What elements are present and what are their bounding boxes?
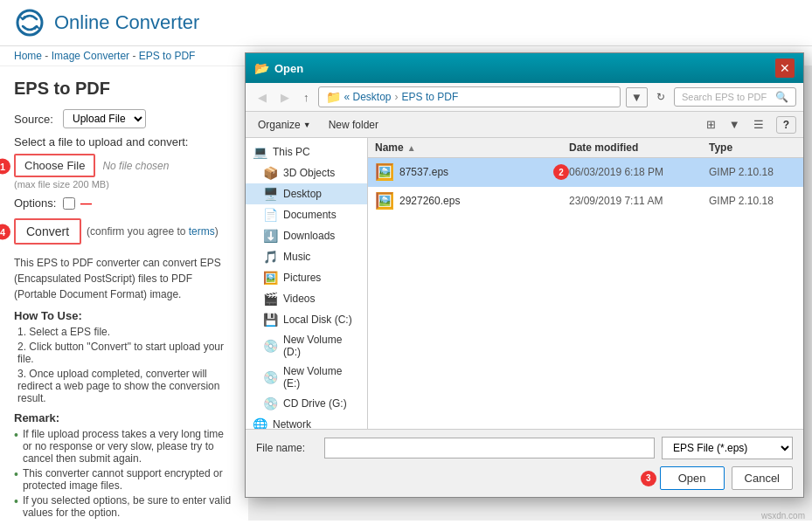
how-to-title: How To Use: bbox=[14, 309, 234, 322]
choose-file-button[interactable]: Choose File bbox=[14, 154, 95, 177]
file-name-1: 87537.eps bbox=[399, 166, 550, 178]
sort-icon: ▲ bbox=[407, 143, 416, 153]
convert-badge: 4 bbox=[0, 224, 10, 240]
nav-item-3d-objects[interactable]: 📦 3D Objects bbox=[246, 162, 367, 183]
filename-label: File name: bbox=[256, 442, 317, 454]
dialog-body: 💻 This PC 📦 3D Objects 🖥️ Desktop 📄 Docu… bbox=[246, 138, 803, 429]
file-type-2: GIMP 2.10.18 bbox=[709, 195, 796, 207]
remark-1: • If file upload process takes a very lo… bbox=[14, 428, 234, 465]
view-btn-3[interactable]: ☰ bbox=[748, 115, 769, 134]
path-dropdown-button[interactable]: ▼ bbox=[626, 87, 648, 107]
logo-icon bbox=[14, 7, 45, 38]
source-select[interactable]: Upload File bbox=[63, 109, 146, 128]
open-file-dialog: 📂 Open ✕ ◀ ▶ ↑ 📁 « Desktop › EPS to PDF … bbox=[245, 52, 804, 498]
file-date-2: 23/09/2019 7:11 AM bbox=[569, 195, 709, 207]
view-buttons: ⊞ ▼ ☰ bbox=[701, 115, 769, 134]
col-name-header: Name ▲ bbox=[375, 141, 569, 154]
choose-file-row: 1 Choose File No file chosen bbox=[14, 154, 234, 177]
header: Online Converter bbox=[0, 0, 812, 46]
music-icon: 🎵 bbox=[263, 250, 278, 264]
path-chevron: › bbox=[395, 91, 399, 103]
col-type-header: Type bbox=[709, 141, 796, 154]
pictures-icon: 🖼️ bbox=[263, 271, 278, 285]
refresh-button[interactable]: ↻ bbox=[651, 87, 670, 107]
files-list: 🖼️ 87537.eps 2 06/03/2019 6:18 PM GIMP 2… bbox=[368, 158, 803, 429]
filetype-select[interactable]: EPS File (*.eps) bbox=[662, 437, 793, 459]
nav-item-downloads[interactable]: ⬇️ Downloads bbox=[246, 225, 367, 246]
step-2: 2. Click button "Convert" to start uploa… bbox=[14, 341, 234, 365]
open-button-wrapper: 3 Open bbox=[660, 466, 725, 490]
breadcrumb-image-converter[interactable]: Image Converter bbox=[52, 50, 129, 62]
file-badge-1: 2 bbox=[553, 164, 569, 180]
upload-label: Select a file to upload and convert: bbox=[14, 135, 234, 148]
choose-file-badge: 1 bbox=[0, 158, 10, 174]
filename-input[interactable] bbox=[324, 438, 655, 458]
documents-icon: 📄 bbox=[263, 208, 278, 222]
videos-icon: 🎬 bbox=[263, 292, 278, 306]
nav-item-pictures[interactable]: 🖼️ Pictures bbox=[246, 267, 367, 288]
terms-link[interactable]: terms bbox=[189, 225, 215, 238]
view-btn-1[interactable]: ⊞ bbox=[701, 115, 721, 134]
description-text: This EPS to PDF converter can convert EP… bbox=[14, 255, 234, 302]
back-button[interactable]: ◀ bbox=[253, 87, 272, 107]
file-icon-2: 🖼️ bbox=[375, 191, 394, 210]
col-date-header: Date modified bbox=[569, 141, 709, 154]
step-1: 1. Select a EPS file. bbox=[14, 326, 234, 338]
file-row-2[interactable]: 🖼️ 2927260.eps 23/09/2019 7:11 AM GIMP 2… bbox=[368, 187, 803, 216]
nav-item-this-pc[interactable]: 💻 This PC bbox=[246, 141, 367, 162]
file-name-2: 2927260.eps bbox=[399, 195, 569, 207]
help-button[interactable]: ? bbox=[776, 116, 796, 134]
local-disk-c-icon: 💾 bbox=[263, 313, 278, 327]
path-text: « Desktop bbox=[344, 91, 392, 103]
step-3: 3. Once upload completed, converter will… bbox=[14, 368, 234, 404]
options-dash: — bbox=[80, 196, 92, 210]
cancel-button[interactable]: Cancel bbox=[732, 466, 793, 490]
nav-item-new-volume-e[interactable]: 💿 New Volume (E:) bbox=[246, 362, 367, 393]
downloads-icon: ⬇️ bbox=[263, 229, 278, 243]
convert-button[interactable]: Convert bbox=[14, 218, 81, 245]
new-folder-button[interactable]: New folder bbox=[323, 116, 384, 134]
new-volume-e-icon: 💿 bbox=[263, 370, 278, 384]
breadcrumb-home[interactable]: Home bbox=[14, 50, 42, 62]
forward-button[interactable]: ▶ bbox=[275, 87, 295, 107]
dialog-close-button[interactable]: ✕ bbox=[775, 59, 795, 78]
nav-item-music[interactable]: 🎵 Music bbox=[246, 246, 367, 267]
max-size-text: (max file size 200 MB) bbox=[14, 179, 234, 190]
file-icon-1: 🖼️ bbox=[375, 162, 394, 182]
no-file-text: No file chosen bbox=[102, 160, 169, 172]
view-btn-2[interactable]: ▼ bbox=[724, 115, 746, 134]
left-panel: EPS to PDF Source: Upload File Select a … bbox=[0, 66, 249, 521]
path-folder-icon: 📁 bbox=[326, 90, 341, 104]
footer-filename-row: File name: EPS File (*.eps) bbox=[256, 437, 793, 459]
svg-point-0 bbox=[17, 10, 42, 35]
options-row: Options: — bbox=[14, 196, 234, 210]
nav-item-local-disk-c[interactable]: 💾 Local Disk (C:) bbox=[246, 309, 367, 330]
nav-item-network[interactable]: 🌐 Network bbox=[246, 414, 367, 429]
dialog-path-toolbar: ◀ ▶ ↑ 📁 « Desktop › EPS to PDF ▼ ↻ Searc… bbox=[246, 83, 803, 112]
search-icon[interactable]: 🔍 bbox=[775, 91, 788, 103]
dialog-footer: File name: EPS File (*.eps) 3 Open Cance… bbox=[246, 429, 803, 497]
nav-item-documents[interactable]: 📄 Documents bbox=[246, 204, 367, 225]
breadcrumb-current[interactable]: EPS to PDF bbox=[139, 50, 196, 62]
new-volume-d-icon: 💿 bbox=[263, 339, 278, 353]
footer-buttons-row: 3 Open Cancel bbox=[256, 466, 793, 490]
terms-note: (confirm you agree to terms) bbox=[87, 225, 219, 238]
open-badge: 3 bbox=[641, 471, 656, 486]
remark-3: • If you selected options, be sure to en… bbox=[14, 494, 234, 519]
file-row-1[interactable]: 🖼️ 87537.eps 2 06/03/2019 6:18 PM GIMP 2… bbox=[368, 158, 803, 187]
options-checkbox[interactable] bbox=[63, 197, 75, 210]
organize-button[interactable]: Organize ▼ bbox=[253, 116, 316, 134]
dialog-file-list: Name ▲ Date modified Type 🖼️ 87537.eps 2… bbox=[368, 138, 803, 429]
3d-objects-icon: 📦 bbox=[263, 166, 278, 180]
path-bar: 📁 « Desktop › EPS to PDF bbox=[318, 86, 621, 107]
nav-item-cd-drive-g[interactable]: 💿 CD Drive (G:) bbox=[246, 393, 367, 414]
nav-item-videos[interactable]: 🎬 Videos bbox=[246, 288, 367, 309]
desktop-icon: 🖥️ bbox=[263, 187, 278, 201]
network-icon: 🌐 bbox=[253, 417, 267, 429]
files-header: Name ▲ Date modified Type bbox=[368, 138, 803, 158]
open-button[interactable]: Open bbox=[660, 466, 725, 490]
dialog-organize-toolbar: Organize ▼ New folder ⊞ ▼ ☰ ? bbox=[246, 112, 803, 138]
nav-item-new-volume-d[interactable]: 💿 New Volume (D:) bbox=[246, 330, 367, 362]
nav-item-desktop[interactable]: 🖥️ Desktop bbox=[246, 183, 367, 204]
up-button[interactable]: ↑ bbox=[298, 87, 315, 107]
